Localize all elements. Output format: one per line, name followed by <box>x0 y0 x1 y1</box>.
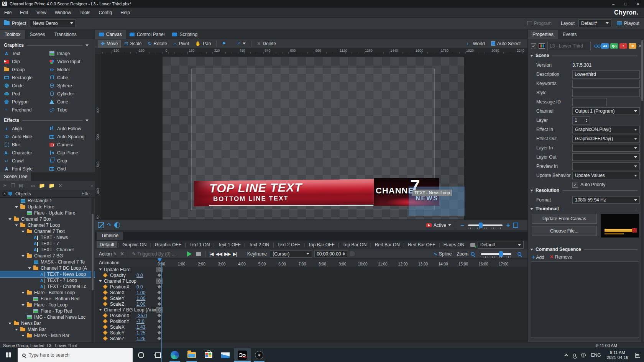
toolbox-clip[interactable]: ▶Clip <box>4 57 49 66</box>
tree-item-flare-top-loop[interactable]: Flare - Top Loop <box>0 302 95 308</box>
tree-item-text-7-loop[interactable]: ATEXT - 7 Loop <box>0 277 95 283</box>
background-toggle-icon[interactable] <box>98 222 104 228</box>
tab-control-panel[interactable]: Control Panel <box>126 30 169 39</box>
tree-item-text-channel-lc[interactable]: ATEXT - Channel Lc <box>0 283 95 290</box>
menu-window[interactable]: Window <box>51 8 76 18</box>
action-delete-icon[interactable]: ✎̸ <box>120 251 124 257</box>
toolbox-cone[interactable]: Cone <box>49 98 92 106</box>
scene-enabled-checkbox[interactable]: ✓ <box>531 43 536 49</box>
menu-edit[interactable]: Edit <box>16 8 32 18</box>
chevron-down-icon[interactable] <box>15 206 18 208</box>
effect-crop[interactable]: Crop <box>49 157 92 165</box>
prop-input[interactable] <box>572 89 640 97</box>
timeline-tab[interactable]: Timeline <box>97 232 123 240</box>
effect-blur[interactable]: Blur <box>4 141 49 149</box>
flip-icon[interactable]: ↷ <box>107 222 111 228</box>
menu-file[interactable]: File <box>0 8 16 18</box>
tree-item-rectangle-1[interactable]: Rectangle 1 <box>0 198 95 204</box>
tray-language[interactable]: ENG <box>588 348 604 362</box>
keyframe-marker[interactable] <box>158 319 161 323</box>
pan-tool-button[interactable]: ✋Pan <box>192 40 214 47</box>
chevron-down-icon[interactable] <box>99 309 102 311</box>
timeline-tab-default[interactable]: Default <box>97 241 117 248</box>
effects-column-label[interactable]: Effe <box>82 191 90 197</box>
chevron-down-icon[interactable] <box>15 329 18 331</box>
keyframe-add-icon[interactable] <box>350 251 355 256</box>
track-property-value[interactable]: -7.0 <box>136 319 145 324</box>
zoom-in-button[interactable]: + <box>506 222 510 229</box>
prop-select[interactable] <box>572 162 640 170</box>
tree-item-channel-7-box[interactable]: Channel 7 Box <box>0 216 95 222</box>
minimize-button[interactable]: – <box>607 0 619 8</box>
track-property-value[interactable]: 1.43 <box>136 324 145 330</box>
tray-mic[interactable] <box>571 348 578 362</box>
prop-spinner[interactable]: 1 <box>572 116 590 124</box>
keyframe-marker[interactable] <box>158 314 161 318</box>
playout-button[interactable]: Playout <box>624 21 639 26</box>
timeline-tab-top-bar-on[interactable]: Top Bar ON <box>340 241 370 248</box>
tree-item-text-7[interactable]: ATEXT - 7 <box>0 241 95 247</box>
keyframe-marker[interactable] <box>158 274 161 277</box>
keyframe-marker[interactable] <box>158 325 161 329</box>
auto-priority-checkbox[interactable]: ✓Auto Priority <box>572 182 640 188</box>
tab-scripting[interactable]: Scripting <box>168 30 201 39</box>
tree-item-flare-top-red[interactable]: Flare - Top Red <box>0 308 95 314</box>
toolbox-video-input[interactable]: Video Input <box>49 57 92 66</box>
prop-select[interactable]: GraphicON.Play() <box>572 126 640 133</box>
keyframe-marker[interactable] <box>158 285 161 289</box>
timeline-tab-red-bar-on[interactable]: Red Bar ON <box>372 241 403 248</box>
timeline-tab-flares-on[interactable]: Flares ON <box>440 241 468 248</box>
timecode-field[interactable]: 00:00:00.00 <box>314 251 347 257</box>
stop-button[interactable] <box>196 252 201 256</box>
resolution-section-header[interactable]: Resolution <box>530 188 641 193</box>
effect-crawl[interactable]: ‹‹Crawl <box>4 157 49 165</box>
spline-toggle[interactable]: Spline <box>439 251 452 257</box>
world-toggle[interactable]: ∟World <box>464 40 488 47</box>
contrast-icon[interactable] <box>114 222 120 228</box>
scene-tree-scrollbar[interactable] <box>91 198 94 342</box>
chevron-down-icon[interactable] <box>99 269 102 270</box>
tree-item-flare-update-flare[interactable]: Flare - Update Flare <box>0 210 95 216</box>
timeline-zoom-in-icon[interactable] <box>518 252 521 256</box>
effect-align[interactable]: +Align <box>4 124 49 133</box>
track-property-value[interactable]: 1.25 <box>136 336 145 341</box>
taskbar-app-file-explorer[interactable] <box>183 348 200 362</box>
tree-item-main-bar[interactable]: Main Bar <box>0 326 95 333</box>
choose-file-button[interactable]: Choose File... <box>532 226 597 236</box>
track-row-scaley[interactable]: ScaleY1.00 <box>95 295 527 301</box>
timeline-tab-graphic-on[interactable]: Graphic ON <box>119 241 150 248</box>
timeline-tab-red-bar-off[interactable]: Red Bar OFF <box>405 241 438 248</box>
group-remove-icon[interactable]: 📁 <box>48 183 54 188</box>
pivot-tool-button[interactable]: ⌓Pivot <box>171 40 192 47</box>
copy-icon[interactable]: ❐ <box>11 183 15 188</box>
fx-badge[interactable]: f(x) <box>610 43 618 49</box>
track-row-scalez[interactable]: ScaleZ1.00 <box>95 301 527 307</box>
flag-dropdown-2[interactable]: ⚐ <box>234 40 248 47</box>
rotate-tool-button[interactable]: ↻Rotate <box>145 40 170 47</box>
prop-select[interactable]: Update Values <box>572 172 640 179</box>
chevron-down-icon[interactable] <box>21 255 25 257</box>
project-select[interactable]: News Demo <box>30 20 76 27</box>
prop-select[interactable]: Output 1 (Program) <box>572 107 640 115</box>
menu-tools[interactable]: Tools <box>76 8 95 18</box>
tab-transitions[interactable]: Transitions <box>49 30 81 39</box>
menu-view[interactable]: View <box>32 8 51 18</box>
properties-scrollbar[interactable] <box>641 39 643 342</box>
filter-clear-icon[interactable]: ✕ <box>2 192 7 196</box>
command-add-button[interactable]: + Add <box>532 254 544 260</box>
tree-toolbar-more-icon[interactable]: › <box>91 183 93 188</box>
keyframe-marker[interactable] <box>158 302 161 306</box>
edit-icon[interactable]: ▭ <box>31 183 35 188</box>
close-button[interactable]: ✕ <box>632 0 644 8</box>
tree-item-flare-bottom-red[interactable]: Flare - Bottom Red <box>0 296 95 302</box>
timeline-zoom-out-icon[interactable] <box>471 252 475 256</box>
tree-item-text-channel[interactable]: ATEXT - Channel <box>0 247 95 253</box>
chevron-down-icon[interactable] <box>99 280 102 282</box>
tree-item-channel-7-bg-loop-a[interactable]: Channel 7 BG Loop (A <box>0 265 95 271</box>
timeline-tab-text-1-on[interactable]: Text 1 ON <box>186 241 213 248</box>
toolbox-sphere[interactable]: Sphere <box>49 82 92 90</box>
maximize-button[interactable]: □ <box>619 0 632 8</box>
track-property-value[interactable]: -35.0 <box>136 313 147 318</box>
toolbox-group[interactable]: Group <box>4 66 49 74</box>
chevron-down-icon[interactable] <box>8 323 12 324</box>
